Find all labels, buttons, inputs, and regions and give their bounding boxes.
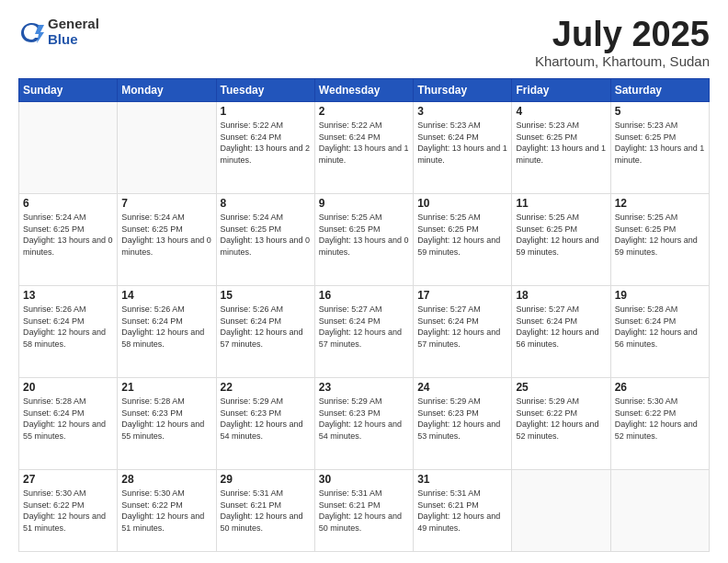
table-row: 7Sunrise: 5:24 AM Sunset: 6:25 PM Daylig… [118, 194, 216, 286]
header-saturday: Saturday [610, 79, 709, 102]
cell-info: Sunrise: 5:26 AM Sunset: 6:24 PM Dayligh… [221, 304, 311, 350]
cell-info: Sunrise: 5:31 AM Sunset: 6:21 PM Dayligh… [221, 488, 311, 534]
cell-info: Sunrise: 5:28 AM Sunset: 6:24 PM Dayligh… [615, 304, 705, 350]
day-number: 1 [221, 105, 311, 118]
table-row: 19Sunrise: 5:28 AM Sunset: 6:24 PM Dayli… [610, 286, 709, 378]
day-number: 16 [319, 289, 409, 302]
title-location: Khartoum, Khartoum, Sudan [535, 53, 710, 69]
cell-info: Sunrise: 5:26 AM Sunset: 6:24 PM Dayligh… [121, 304, 211, 350]
day-number: 11 [516, 197, 606, 210]
calendar-table: Sunday Monday Tuesday Wednesday Thursday… [18, 78, 710, 552]
day-number: 23 [319, 381, 409, 394]
day-number: 13 [23, 289, 113, 302]
day-number: 10 [417, 197, 507, 210]
day-number: 30 [319, 473, 409, 486]
cell-info: Sunrise: 5:28 AM Sunset: 6:24 PM Dayligh… [23, 396, 113, 442]
header: General Blue July 2025 Khartoum, Khartou… [18, 17, 710, 69]
cell-info: Sunrise: 5:29 AM Sunset: 6:22 PM Dayligh… [516, 396, 606, 442]
logo-icon [18, 19, 44, 45]
logo-blue: Blue [48, 32, 99, 48]
header-tuesday: Tuesday [216, 79, 314, 102]
table-row: 3Sunrise: 5:23 AM Sunset: 6:24 PM Daylig… [414, 102, 512, 194]
table-row: 12Sunrise: 5:25 AM Sunset: 6:25 PM Dayli… [610, 194, 709, 286]
cell-info: Sunrise: 5:27 AM Sunset: 6:24 PM Dayligh… [319, 304, 409, 350]
table-row: 28Sunrise: 5:30 AM Sunset: 6:22 PM Dayli… [118, 470, 216, 552]
header-sunday: Sunday [19, 79, 118, 102]
title-block: July 2025 Khartoum, Khartoum, Sudan [535, 17, 710, 69]
day-number: 2 [319, 105, 409, 118]
day-number: 27 [23, 473, 113, 486]
day-number: 5 [615, 105, 705, 118]
table-row: 27Sunrise: 5:30 AM Sunset: 6:22 PM Dayli… [19, 470, 118, 552]
logo-text: General Blue [48, 17, 99, 47]
day-number: 8 [221, 197, 311, 210]
table-row: 11Sunrise: 5:25 AM Sunset: 6:25 PM Dayli… [512, 194, 610, 286]
table-row [19, 102, 118, 194]
cell-info: Sunrise: 5:31 AM Sunset: 6:21 PM Dayligh… [417, 488, 507, 534]
table-row: 25Sunrise: 5:29 AM Sunset: 6:22 PM Dayli… [512, 378, 610, 470]
day-number: 28 [121, 473, 211, 486]
day-number: 14 [121, 289, 211, 302]
table-row [610, 470, 709, 552]
table-row: 31Sunrise: 5:31 AM Sunset: 6:21 PM Dayli… [414, 470, 512, 552]
table-row: 17Sunrise: 5:27 AM Sunset: 6:24 PM Dayli… [414, 286, 512, 378]
cell-info: Sunrise: 5:26 AM Sunset: 6:24 PM Dayligh… [23, 304, 113, 350]
table-row: 24Sunrise: 5:29 AM Sunset: 6:23 PM Dayli… [414, 378, 512, 470]
cell-info: Sunrise: 5:25 AM Sunset: 6:25 PM Dayligh… [516, 212, 606, 258]
cell-info: Sunrise: 5:23 AM Sunset: 6:25 PM Dayligh… [516, 120, 606, 166]
cell-info: Sunrise: 5:28 AM Sunset: 6:23 PM Dayligh… [121, 396, 211, 442]
cell-info: Sunrise: 5:30 AM Sunset: 6:22 PM Dayligh… [23, 488, 113, 534]
day-number: 26 [615, 381, 705, 394]
page: General Blue July 2025 Khartoum, Khartou… [0, 0, 728, 563]
table-row: 21Sunrise: 5:28 AM Sunset: 6:23 PM Dayli… [118, 378, 216, 470]
day-number: 20 [23, 381, 113, 394]
day-number: 22 [221, 381, 311, 394]
day-number: 15 [221, 289, 311, 302]
cell-info: Sunrise: 5:29 AM Sunset: 6:23 PM Dayligh… [417, 396, 507, 442]
table-row: 6Sunrise: 5:24 AM Sunset: 6:25 PM Daylig… [19, 194, 118, 286]
day-number: 6 [23, 197, 113, 210]
table-row: 4Sunrise: 5:23 AM Sunset: 6:25 PM Daylig… [512, 102, 610, 194]
table-row: 5Sunrise: 5:23 AM Sunset: 6:25 PM Daylig… [610, 102, 709, 194]
header-friday: Friday [512, 79, 610, 102]
day-number: 18 [516, 289, 606, 302]
day-number: 19 [615, 289, 705, 302]
day-number: 21 [121, 381, 211, 394]
day-number: 4 [516, 105, 606, 118]
header-wednesday: Wednesday [314, 79, 413, 102]
table-row: 20Sunrise: 5:28 AM Sunset: 6:24 PM Dayli… [19, 378, 118, 470]
cell-info: Sunrise: 5:31 AM Sunset: 6:21 PM Dayligh… [319, 488, 409, 534]
table-row: 29Sunrise: 5:31 AM Sunset: 6:21 PM Dayli… [216, 470, 314, 552]
day-number: 17 [417, 289, 507, 302]
title-month: July 2025 [535, 17, 710, 52]
cell-info: Sunrise: 5:24 AM Sunset: 6:25 PM Dayligh… [23, 212, 113, 258]
table-row [118, 102, 216, 194]
cell-info: Sunrise: 5:22 AM Sunset: 6:24 PM Dayligh… [319, 120, 409, 166]
day-number: 29 [221, 473, 311, 486]
cell-info: Sunrise: 5:24 AM Sunset: 6:25 PM Dayligh… [121, 212, 211, 258]
table-row: 14Sunrise: 5:26 AM Sunset: 6:24 PM Dayli… [118, 286, 216, 378]
cell-info: Sunrise: 5:29 AM Sunset: 6:23 PM Dayligh… [221, 396, 311, 442]
cell-info: Sunrise: 5:25 AM Sunset: 6:25 PM Dayligh… [417, 212, 507, 258]
day-number: 3 [417, 105, 507, 118]
cell-info: Sunrise: 5:23 AM Sunset: 6:25 PM Dayligh… [615, 120, 705, 166]
cell-info: Sunrise: 5:25 AM Sunset: 6:25 PM Dayligh… [615, 212, 705, 258]
table-row: 15Sunrise: 5:26 AM Sunset: 6:24 PM Dayli… [216, 286, 314, 378]
table-row: 2Sunrise: 5:22 AM Sunset: 6:24 PM Daylig… [314, 102, 413, 194]
table-row: 16Sunrise: 5:27 AM Sunset: 6:24 PM Dayli… [314, 286, 413, 378]
table-row: 22Sunrise: 5:29 AM Sunset: 6:23 PM Dayli… [216, 378, 314, 470]
day-number: 7 [121, 197, 211, 210]
logo: General Blue [18, 17, 99, 47]
cell-info: Sunrise: 5:29 AM Sunset: 6:23 PM Dayligh… [319, 396, 409, 442]
table-row: 8Sunrise: 5:24 AM Sunset: 6:25 PM Daylig… [216, 194, 314, 286]
day-number: 12 [615, 197, 705, 210]
table-row: 13Sunrise: 5:26 AM Sunset: 6:24 PM Dayli… [19, 286, 118, 378]
header-monday: Monday [118, 79, 216, 102]
day-number: 25 [516, 381, 606, 394]
table-row: 26Sunrise: 5:30 AM Sunset: 6:22 PM Dayli… [610, 378, 709, 470]
table-row: 23Sunrise: 5:29 AM Sunset: 6:23 PM Dayli… [314, 378, 413, 470]
day-number: 9 [319, 197, 409, 210]
cell-info: Sunrise: 5:25 AM Sunset: 6:25 PM Dayligh… [319, 212, 409, 258]
table-row: 9Sunrise: 5:25 AM Sunset: 6:25 PM Daylig… [314, 194, 413, 286]
cell-info: Sunrise: 5:24 AM Sunset: 6:25 PM Dayligh… [221, 212, 311, 258]
